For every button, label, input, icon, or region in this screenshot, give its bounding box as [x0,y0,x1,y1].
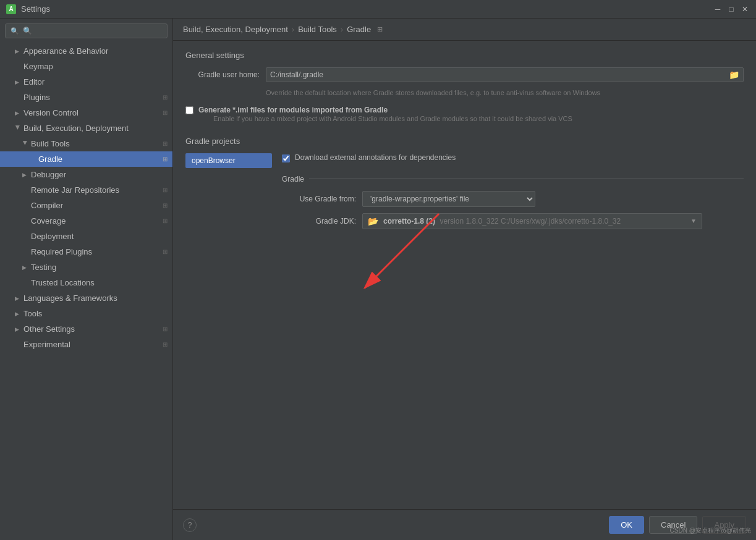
right-panel: Build, Execution, Deployment › Build Too… [173,19,756,540]
sidebar-item-label: Appearance & Behavior [23,46,108,56]
sidebar-item-appearance[interactable]: ▶ Appearance & Behavior [0,43,172,59]
pin-icon: ⊞ [163,156,168,162]
sidebar-item-build-tools[interactable]: ▶ Build Tools ⊞ [0,136,172,151]
sidebar-item-required-plugins[interactable]: ▶ Required Plugins ⊞ [0,244,172,259]
action-buttons: OK Cancel Apply [609,516,746,534]
chevron-icon: ▶ [22,141,28,147]
breadcrumb-sep1: › [292,25,294,34]
sidebar-item-label: Editor [23,77,45,86]
gradle-user-home-label: Gradle user home: [185,70,260,79]
sidebar-item-label: Gradle [38,154,62,164]
gradle-settings-right: Download external annotations for depend… [282,153,744,235]
chevron-icon: ▶ [15,110,21,116]
breadcrumb-sep2: › [341,25,343,34]
jdk-dropdown-arrow: ▼ [690,217,697,224]
gradle-user-home-input[interactable]: 📁 [266,67,744,82]
gradle-subsection: Gradle Use Gradle from: 'gradle-wrapper.… [282,175,744,229]
sidebar-item-label: Trusted Locations [31,278,95,287]
content-wrapper: General settings Gradle user home: 📁 Ove… [173,41,756,509]
generate-iml-hint: Enable if you have a mixed project with … [213,114,572,124]
pin-icon: ⊞ [163,140,168,147]
generate-iml-label[interactable]: Generate *.iml files for modules importe… [198,106,388,114]
gradle-jdk-label: Gradle JDK: [282,217,356,226]
gradle-projects-content: openBrowser Download external annotation… [185,153,744,235]
chevron-icon: ▶ [15,48,21,54]
chevron-icon: ▶ [15,79,21,85]
sidebar-item-remote-jar[interactable]: ▶ Remote Jar Repositories ⊞ [0,182,172,198]
gradle-projects-title: Gradle projects [185,137,744,146]
use-gradle-from-label: Use Gradle from: [282,195,356,203]
pin-icon: ⊞ [163,94,168,101]
pin-icon: ⊞ [163,326,168,332]
gradle-user-home-field[interactable] [270,70,725,79]
pin-icon: ⊞ [163,217,168,224]
use-gradle-from-row: Use Gradle from: 'gradle-wrapper.propert… [282,191,744,207]
sidebar: 🔍 ▶ Appearance & Behavior ▶ Keymap ▶ Edi… [0,19,173,540]
sidebar-item-other-settings[interactable]: ▶ Other Settings ⊞ [0,321,172,337]
pin-icon: ⊞ [163,187,168,193]
sidebar-item-trusted-locations[interactable]: ▶ Trusted Locations [0,275,172,290]
search-box[interactable]: 🔍 [5,23,168,38]
sidebar-item-coverage[interactable]: ▶ Coverage ⊞ [0,213,172,229]
breadcrumb-part1: Build, Execution, Deployment [183,25,288,34]
sidebar-item-compiler[interactable]: ▶ Compiler ⊞ [0,198,172,213]
gradle-jdk-name: corretto-1.8 (2) [383,217,435,226]
sidebar-item-label: Coverage [31,216,66,226]
title-bar-controls: ─ □ ✕ [713,4,750,14]
chevron-icon: ▶ [15,326,21,332]
chevron-icon: ▶ [22,264,28,271]
pin-icon: ⊞ [163,248,168,255]
chevron-icon: ▶ [15,125,21,132]
use-gradle-from-select-container: 'gradle-wrapper.properties' file [362,191,535,207]
maximize-button[interactable]: □ [726,4,736,14]
close-button[interactable]: ✕ [740,4,750,14]
title-bar: A Settings ─ □ ✕ [0,0,756,19]
app-icon: A [6,4,16,14]
search-icon: 🔍 [11,27,19,35]
sidebar-item-keymap[interactable]: ▶ Keymap [0,59,172,74]
gradle-jdk-select[interactable]: 📂 corretto-1.8 (2) version 1.8.0_322 C:/… [362,213,702,229]
sidebar-item-build-execution-deployment[interactable]: ▶ Build, Execution, Deployment [0,120,172,136]
download-annotations-label[interactable]: Download external annotations for depend… [295,153,456,162]
project-list: openBrowser [185,153,272,168]
sidebar-item-editor[interactable]: ▶ Editor [0,74,172,90]
sidebar-item-label: Required Plugins [31,247,92,256]
generate-iml-checkbox[interactable] [185,106,193,114]
minimize-button[interactable]: ─ [713,4,723,14]
project-item-openbrowser[interactable]: openBrowser [185,153,272,168]
sidebar-item-label: Plugins [23,93,50,102]
sidebar-item-gradle[interactable]: ▶ Gradle ⊞ [0,151,172,167]
sidebar-item-label: Remote Jar Repositories [31,185,119,195]
chevron-icon: ▶ [22,172,28,178]
sidebar-item-label: Tools [23,309,42,318]
sidebar-item-version-control[interactable]: ▶ Version Control ⊞ [0,105,172,120]
cancel-button[interactable]: Cancel [649,516,697,534]
download-annotations-row: Download external annotations for depend… [282,153,744,162]
sidebar-item-testing[interactable]: ▶ Testing [0,259,172,275]
sidebar-item-debugger[interactable]: ▶ Debugger [0,167,172,182]
download-annotations-checkbox[interactable] [282,154,290,162]
sidebar-item-tools[interactable]: ▶ Tools [0,306,172,321]
content-area: General settings Gradle user home: 📁 Ove… [173,41,756,509]
gradle-jdk-row: Gradle JDK: 📂 corretto-1.8 (2) version 1… [282,213,744,229]
sidebar-item-label: Other Settings [23,324,75,334]
help-button[interactable]: ? [183,518,197,532]
gradle-jdk-value: corretto-1.8 (2) version 1.8.0_322 C:/Us… [383,217,686,226]
sidebar-item-label: Build, Execution, Deployment [23,124,129,133]
sidebar-item-plugins[interactable]: ▶ Plugins ⊞ [0,90,172,105]
folder-icon[interactable]: 📁 [729,70,739,80]
title-bar-text: Settings [21,4,50,14]
gradle-projects-section: Gradle projects openBrowser Download ext… [185,137,744,235]
sidebar-item-label: Version Control [23,108,79,117]
search-input[interactable] [23,27,162,35]
sidebar-item-deployment[interactable]: ▶ Deployment [0,229,172,244]
apply-button[interactable]: Apply [702,516,746,534]
sidebar-item-label: Testing [31,263,56,272]
gradle-subsection-header: Gradle [282,175,744,184]
sidebar-item-label: Build Tools [31,139,70,148]
sidebar-item-languages-frameworks[interactable]: ▶ Languages & Frameworks [0,290,172,306]
use-gradle-from-select[interactable]: 'gradle-wrapper.properties' file [362,191,535,207]
sidebar-item-experimental[interactable]: ▶ Experimental ⊞ [0,337,172,352]
ok-button[interactable]: OK [609,516,644,534]
sidebar-item-label: Debugger [31,170,66,179]
